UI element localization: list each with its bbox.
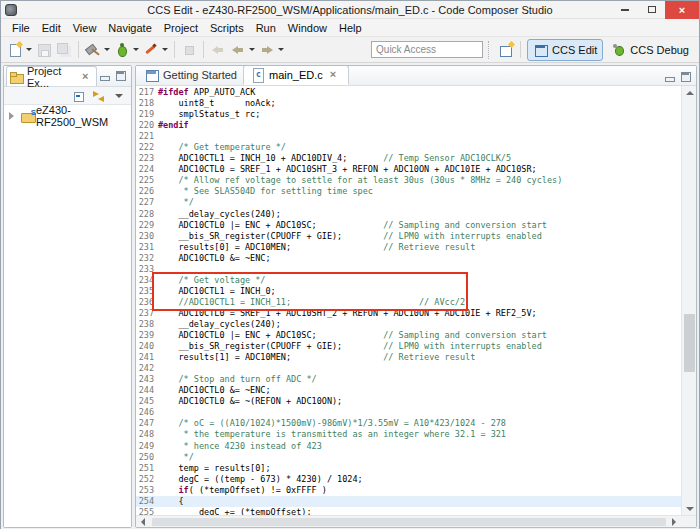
forward-button[interactable] — [257, 41, 286, 59]
scroll-down-button[interactable] — [682, 502, 696, 515]
line-number[interactable]: 246 — [136, 407, 158, 418]
link-editor-button[interactable] — [89, 87, 109, 105]
menu-view[interactable]: View — [67, 20, 103, 36]
line-number[interactable]: 245 — [136, 396, 158, 407]
code-text: ADC10CTL0 &= ~ENC; — [158, 385, 271, 396]
line-number[interactable]: 234 — [136, 275, 158, 286]
back-button[interactable] — [228, 41, 257, 59]
menu-edit[interactable]: Edit — [36, 20, 67, 36]
line-number[interactable]: 252 — [136, 474, 158, 485]
horizontal-scrollbar[interactable] — [136, 515, 696, 527]
maximize-panel-icon[interactable] — [113, 68, 129, 84]
code-editor[interactable]: 217#ifdef APP_AUTO_ACK218 uint8_t noAck;… — [136, 86, 681, 515]
project-tree: eZ430-RF2500_WSM — [4, 105, 131, 527]
editor-tabs: Getting Startedmain_ED.c — [138, 65, 349, 85]
line-number[interactable]: 219 — [136, 109, 158, 120]
flash-button[interactable] — [141, 41, 170, 59]
line-number[interactable]: 251 — [136, 463, 158, 474]
line-number[interactable]: 237 — [136, 308, 158, 319]
dropdown-caret-icon[interactable] — [104, 48, 110, 51]
vertical-scrollbar[interactable] — [681, 86, 696, 515]
line-number[interactable]: 248 — [136, 429, 158, 440]
perspective-ccs-debug[interactable]: CCS Debug — [605, 39, 695, 61]
dropdown-caret-icon[interactable] — [26, 48, 32, 51]
line-number[interactable]: 240 — [136, 341, 158, 352]
line-number[interactable]: 231 — [136, 242, 158, 253]
line-number[interactable]: 218 — [136, 98, 158, 109]
line-number[interactable]: 236 — [136, 297, 158, 308]
line-number[interactable]: 222 — [136, 142, 158, 153]
line-number[interactable]: 223 — [136, 153, 158, 164]
code-text: __delay_cycles(240); — [158, 209, 281, 220]
tree-item-ez430-rf2500-wsm[interactable]: eZ430-RF2500_WSM — [4, 107, 131, 124]
menu-project[interactable]: Project — [158, 20, 204, 36]
menu-run[interactable]: Run — [250, 20, 282, 36]
quick-access-input[interactable] — [371, 41, 483, 58]
line-number[interactable]: 253 — [136, 485, 158, 496]
tab-main-ed-c[interactable]: main_ED.c — [243, 65, 349, 85]
toolbar-buttons — [5, 41, 286, 59]
window-maximize-button[interactable] — [638, 1, 665, 19]
minimize-panel-icon[interactable] — [662, 69, 678, 85]
tab-project-explorer[interactable]: Project Ex... — [6, 66, 97, 86]
line-number[interactable]: 232 — [136, 253, 158, 264]
line-number[interactable]: 241 — [136, 352, 158, 363]
line-number[interactable]: 249 — [136, 441, 158, 452]
line-number[interactable]: 230 — [136, 231, 158, 242]
new-file-button[interactable] — [5, 41, 34, 59]
line-number[interactable]: 238 — [136, 319, 158, 330]
code-text: __bis_SR_register(CPUOFF + GIE); // LPM0… — [158, 231, 542, 242]
open-perspective-button[interactable] — [496, 41, 516, 59]
perspective-ccs-edit[interactable]: CCS Edit — [527, 39, 603, 61]
dropdown-caret-icon[interactable] — [278, 48, 284, 51]
line-number[interactable]: 227 — [136, 197, 158, 208]
menu-help[interactable]: Help — [333, 20, 368, 36]
horizontal-scrollbar-thumb[interactable] — [152, 518, 666, 526]
line-number[interactable]: 226 — [136, 186, 158, 197]
line-number[interactable]: 250 — [136, 452, 158, 463]
menu-file[interactable]: File — [6, 20, 36, 36]
dropdown-caret-icon[interactable] — [133, 48, 139, 51]
scroll-left-button[interactable] — [136, 516, 150, 528]
line-number[interactable]: 220 — [136, 120, 158, 131]
collapse-all-button[interactable] — [69, 87, 89, 105]
view-menu-icon — [111, 88, 127, 104]
line-number[interactable]: 247 — [136, 418, 158, 429]
line-number[interactable]: 228 — [136, 209, 158, 220]
window-close-button[interactable]: × — [665, 1, 699, 19]
line-number[interactable]: 243 — [136, 374, 158, 385]
scroll-up-button[interactable] — [682, 86, 696, 99]
close-icon[interactable] — [326, 67, 342, 83]
close-icon[interactable] — [78, 69, 94, 85]
line-number[interactable]: 229 — [136, 220, 158, 231]
line-number[interactable]: 233 — [136, 264, 158, 275]
project-explorer-tab-label: Project Ex... — [27, 65, 76, 89]
dropdown-caret-icon[interactable] — [162, 48, 168, 51]
line-number[interactable]: 254 — [136, 496, 158, 507]
tab-getting-started[interactable]: Getting Started — [138, 65, 243, 85]
code-text: if( (*tempOffset) != 0xFFFF ) — [158, 485, 327, 496]
line-number[interactable]: 235 — [136, 286, 158, 297]
line-number[interactable]: 242 — [136, 363, 158, 374]
code-line: 225 /* Allow ref voltage to settle for a… — [136, 175, 681, 186]
minimize-panel-icon[interactable] — [97, 68, 113, 84]
dropdown-caret-icon[interactable] — [249, 48, 255, 51]
view-menu-button[interactable] — [109, 87, 129, 105]
line-number[interactable]: 224 — [136, 164, 158, 175]
build-button[interactable] — [83, 41, 112, 59]
expander-icon[interactable] — [4, 108, 20, 124]
menu-window[interactable]: Window — [282, 20, 333, 36]
line-number[interactable]: 217 — [136, 87, 158, 98]
menu-navigate[interactable]: Navigate — [102, 20, 157, 36]
line-number[interactable]: 221 — [136, 131, 158, 142]
menu-scripts[interactable]: Scripts — [204, 20, 250, 36]
line-number[interactable]: 239 — [136, 330, 158, 341]
maximize-panel-icon[interactable] — [678, 69, 694, 85]
line-number[interactable]: 225 — [136, 175, 158, 186]
debug-button[interactable] — [112, 41, 141, 59]
scroll-right-button[interactable] — [667, 516, 681, 528]
window-minimize-button[interactable] — [611, 1, 638, 19]
vertical-scrollbar-thumb[interactable] — [684, 314, 695, 372]
line-number[interactable]: 255 — [136, 507, 158, 515]
line-number[interactable]: 244 — [136, 385, 158, 396]
